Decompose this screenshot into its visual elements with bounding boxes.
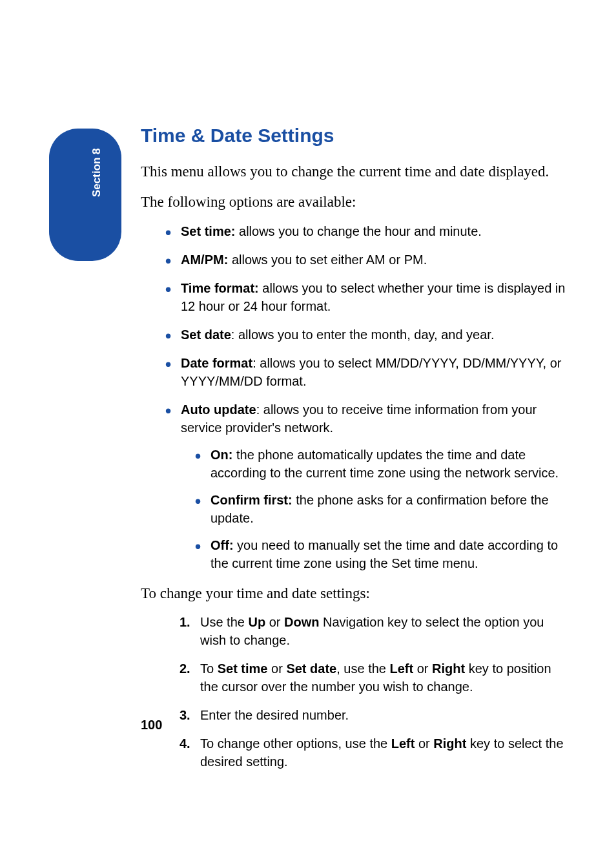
- list-item: Set time: allows you to change the hour …: [165, 222, 567, 240]
- step-text: , use the: [336, 661, 389, 676]
- list-item: Auto update: allows you to receive time …: [165, 400, 567, 572]
- list-item: Set date: allows you to enter the month,…: [165, 326, 567, 344]
- options-list: Set time: allows you to change the hour …: [165, 222, 567, 572]
- page-number: 100: [141, 718, 162, 733]
- step-number: 4.: [180, 734, 190, 753]
- intro-paragraph-1: This menu allows you to change the curre…: [141, 161, 567, 182]
- step-item: 3.Enter the desired number.: [180, 706, 567, 724]
- desc: allows you to set either AM or PM.: [228, 253, 427, 267]
- list-item: Time format: allows you to select whethe…: [165, 279, 567, 315]
- step-text: Enter the desired number.: [200, 708, 349, 722]
- step-text: Right: [432, 661, 465, 676]
- page-heading: Time & Date Settings: [141, 125, 567, 147]
- list-item: Date format: allows you to select MM/DD/…: [165, 354, 567, 390]
- term: Set date: [181, 327, 231, 342]
- step-text: Up: [248, 615, 265, 629]
- list-item: Off: you need to manually set the time a…: [195, 536, 567, 572]
- step-item: 4.To change other options, use the Left …: [180, 734, 567, 771]
- desc: you need to manually set the time and da…: [210, 538, 558, 570]
- term: Time format:: [181, 281, 259, 295]
- term: Date format: [181, 356, 252, 370]
- section-tab: [49, 129, 121, 261]
- step-text: Down: [284, 615, 319, 629]
- step-text: or: [268, 661, 287, 676]
- desc: allows you to change the hour and minute…: [235, 224, 481, 238]
- step-text: Use the: [200, 615, 248, 629]
- step-number: 2.: [180, 660, 190, 678]
- step-text: To: [200, 661, 218, 676]
- steps-list: 1.Use the Up or Down Navigation key to s…: [180, 613, 567, 771]
- section-label: Section 8: [90, 148, 103, 197]
- transition-text: To change your time and date settings:: [141, 583, 567, 604]
- sub-options-list: On: the phone automatically updates the …: [195, 446, 567, 572]
- term: Set time:: [181, 224, 235, 238]
- step-text: Left: [391, 736, 415, 751]
- term: Confirm first:: [210, 493, 293, 507]
- step-text: or: [413, 661, 432, 676]
- step-item: 2.To Set time or Set date, use the Left …: [180, 660, 567, 696]
- intro-paragraph-2: The following options are available:: [141, 191, 567, 213]
- step-text: To change other options, use the: [200, 736, 391, 751]
- desc: the phone automatically updates the time…: [210, 448, 559, 480]
- step-text: Set date: [286, 661, 336, 676]
- term: Off:: [210, 538, 234, 552]
- term: AM/PM:: [181, 253, 228, 267]
- term: On:: [210, 448, 232, 462]
- list-item: Confirm first: the phone asks for a conf…: [195, 491, 567, 527]
- step-text: or: [415, 736, 433, 751]
- step-number: 3.: [180, 706, 190, 724]
- step-text: Set time: [218, 661, 268, 676]
- term: Auto update: [181, 402, 256, 417]
- step-text: or: [265, 615, 284, 629]
- step-text: Right: [433, 736, 466, 751]
- step-text: Left: [390, 661, 414, 676]
- step-number: 1.: [180, 613, 190, 631]
- desc: : allows you to enter the month, day, an…: [231, 327, 495, 342]
- list-item: AM/PM: allows you to set either AM or PM…: [165, 251, 567, 269]
- step-item: 1.Use the Up or Down Navigation key to s…: [180, 613, 567, 649]
- page-content: Time & Date Settings This menu allows yo…: [141, 125, 567, 781]
- list-item: On: the phone automatically updates the …: [195, 446, 567, 482]
